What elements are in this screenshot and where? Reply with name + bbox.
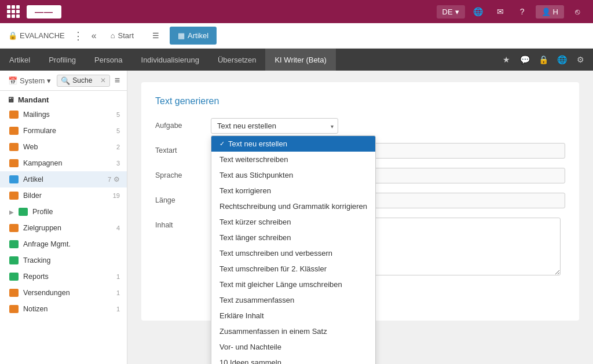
logo-area: ——: [27, 5, 61, 19]
top-bar-right: DE ▾ 🌐 ✉ ? 👤 H ⎋: [437, 3, 586, 20]
lock-icon-btn[interactable]: 🔒: [535, 52, 551, 68]
folder-icon: [9, 127, 19, 135]
folder-icon: [19, 208, 28, 216]
dropdown-item-8[interactable]: Text umschreiben für 2. Klässler: [211, 261, 375, 277]
sidebar-section-mandant: 🖥 Mandant: [0, 91, 127, 106]
star-icon-btn[interactable]: ★: [498, 52, 514, 68]
folder-icon: [9, 192, 19, 200]
main-layout: 📅 System ▾ 🔍 ✕ ≡ 🖥 Mandant Mailings 5 Fo…: [0, 71, 593, 364]
calendar-icon: 📅: [8, 76, 17, 85]
sidebar-item-kampagnen[interactable]: Kampagnen 3: [0, 155, 127, 171]
settings-icon-btn[interactable]: ⚙: [572, 52, 588, 68]
home-icon: ⌂: [111, 31, 115, 40]
sidebar-item-formulare[interactable]: Formulare 5: [0, 123, 127, 139]
help-icon-btn[interactable]: ?: [514, 3, 531, 20]
folder-icon: [9, 175, 19, 183]
folder-icon: [9, 111, 19, 119]
sidebar-item-mailings[interactable]: Mailings 5: [0, 106, 127, 123]
content-panel: Text generieren Aufgabe Text neu erstell…: [141, 82, 579, 321]
tab-ki-writer[interactable]: KI Writer (Beta): [265, 49, 335, 71]
sidebar-item-tracking[interactable]: Tracking: [0, 252, 127, 269]
sidebar-menu-icon-btn[interactable]: ≡: [112, 74, 122, 87]
tab-start[interactable]: ⌂ Start: [103, 27, 142, 45]
sidebar: 📅 System ▾ 🔍 ✕ ≡ 🖥 Mandant Mailings 5 Fo…: [0, 71, 127, 364]
comment-icon-btn[interactable]: 💬: [517, 52, 533, 68]
dropdown-item-6[interactable]: Text länger schreiben: [211, 230, 375, 245]
dropdown-item-11[interactable]: Erkläre Inhalt: [211, 308, 375, 323]
dropdown-item-2[interactable]: Text aus Stichpunkten: [211, 167, 375, 183]
globe-icon-btn[interactable]: 🌐: [470, 3, 487, 20]
search-input[interactable]: [72, 76, 97, 84]
tab-artikel[interactable]: ▦ Artikel: [170, 27, 217, 45]
tab-menu[interactable]: ☰: [144, 27, 167, 45]
tab-persona[interactable]: Persona: [85, 49, 131, 71]
gear-icon[interactable]: ⚙: [114, 175, 120, 183]
grid-icon[interactable]: [7, 5, 20, 18]
monitor-icon: 🖥: [7, 95, 14, 104]
tab-profiling[interactable]: Profiling: [39, 49, 85, 71]
content-tabs-right: ★ 💬 🔒 🌐 ⚙: [498, 52, 588, 68]
tab-individualisierung[interactable]: Individualisierung: [132, 49, 208, 71]
folder-icon: [9, 224, 19, 232]
top-bar-left: ——: [7, 5, 61, 19]
mail-icon-btn[interactable]: ✉: [492, 3, 509, 20]
app-name-area: 🔒 EVALANCHE: [5, 30, 68, 42]
globe-icon-btn[interactable]: 🌐: [554, 52, 570, 68]
sidebar-search-box[interactable]: 🔍 ✕: [57, 75, 109, 87]
folder-icon: [9, 289, 19, 297]
sidebar-search-bar: 📅 System ▾ 🔍 ✕ ≡: [0, 71, 127, 91]
folder-icon: [9, 240, 19, 248]
chevron-down-icon: ▾: [455, 8, 459, 16]
chevron-down-icon: ▾: [47, 76, 51, 85]
top-bar: —— DE ▾ 🌐 ✉ ? 👤 H ⎋: [0, 0, 593, 23]
sidebar-item-artikel[interactable]: Artikel 7 ⚙: [0, 171, 127, 187]
collapse-sidebar-btn[interactable]: «: [88, 30, 100, 42]
system-dropdown-btn[interactable]: 📅 System ▾: [5, 75, 54, 87]
folder-icon: [9, 143, 19, 151]
dropdown-item-7[interactable]: Text umschreiben und verbessern: [211, 245, 375, 261]
aufgabe-label: Aufgabe: [155, 118, 202, 130]
logout-icon-btn[interactable]: ⎋: [569, 3, 586, 20]
textart-label: Textart: [155, 143, 202, 155]
openai-label-empty: [155, 285, 202, 288]
main-content: Text generieren Aufgabe Text neu erstell…: [127, 71, 593, 364]
user-menu-btn[interactable]: 👤 H: [536, 5, 564, 19]
content-tabs-bar: Artikel Profiling Persona Individualisie…: [0, 49, 593, 71]
folder-icon: [9, 305, 19, 313]
more-options-btn[interactable]: ⋮: [71, 31, 86, 41]
logo-image: ——: [27, 5, 61, 19]
sidebar-item-notizen[interactable]: Notizen 1: [0, 301, 127, 317]
dropdown-item-12[interactable]: Zusammenfassen in einem Satz: [211, 323, 375, 339]
sidebar-item-bilder[interactable]: Bilder 19: [0, 187, 127, 204]
artikel-icon: ▦: [178, 31, 185, 40]
tab-artikel[interactable]: Artikel: [0, 49, 39, 71]
sidebar-item-reports[interactable]: Reports 1: [0, 269, 127, 285]
dropdown-item-14[interactable]: 10 Ideen sammeln: [211, 355, 375, 364]
aufgabe-field: Text neu erstellen ▾ ✓ Text neu erstelle…: [211, 118, 565, 134]
expand-arrow-icon: ▶: [9, 209, 16, 215]
dropdown-item-4[interactable]: Rechtschreibung und Grammatik korrigiere…: [211, 198, 375, 214]
sidebar-item-anfrage-mgmt[interactable]: Anfrage Mgmt.: [0, 236, 127, 252]
language-selector[interactable]: DE ▾: [437, 5, 465, 19]
dropdown-item-1[interactable]: Text weiterschreiben: [211, 152, 375, 167]
folder-icon: [9, 159, 19, 167]
sidebar-item-web[interactable]: Web 2: [0, 139, 127, 155]
dropdown-item-9[interactable]: Text mit gleicher Länge umschreiben: [211, 277, 375, 292]
sprache-label: Sprache: [155, 168, 202, 179]
sidebar-item-zielgruppen[interactable]: Zielgruppen 4: [0, 220, 127, 236]
form-row-aufgabe: Aufgabe Text neu erstellen ▾ ✓ Text neu …: [155, 118, 565, 134]
sidebar-item-versendungen[interactable]: Versendungen 1: [0, 285, 127, 301]
dropdown-item-5[interactable]: Text kürzer schreiben: [211, 214, 375, 230]
aufgabe-select[interactable]: Text neu erstellen: [211, 118, 338, 134]
tab-uebersetzen[interactable]: Übersetzen: [208, 49, 265, 71]
dropdown-item-10[interactable]: Text zusammenfassen: [211, 292, 375, 308]
dropdown-item-0[interactable]: ✓ Text neu erstellen: [211, 136, 375, 152]
sidebar-item-profile[interactable]: ▶ Profile: [0, 204, 127, 220]
dropdown-item-3[interactable]: Text korrigieren: [211, 183, 375, 198]
panel-title: Text generieren: [155, 96, 565, 106]
user-icon: 👤: [541, 8, 551, 16]
search-icon: 🔍: [61, 76, 70, 85]
aufgabe-select-wrapper: Text neu erstellen ▾ ✓ Text neu erstelle…: [211, 118, 338, 134]
dropdown-item-13[interactable]: Vor- und Nachteile: [211, 339, 375, 355]
clear-search-icon[interactable]: ✕: [100, 76, 106, 84]
